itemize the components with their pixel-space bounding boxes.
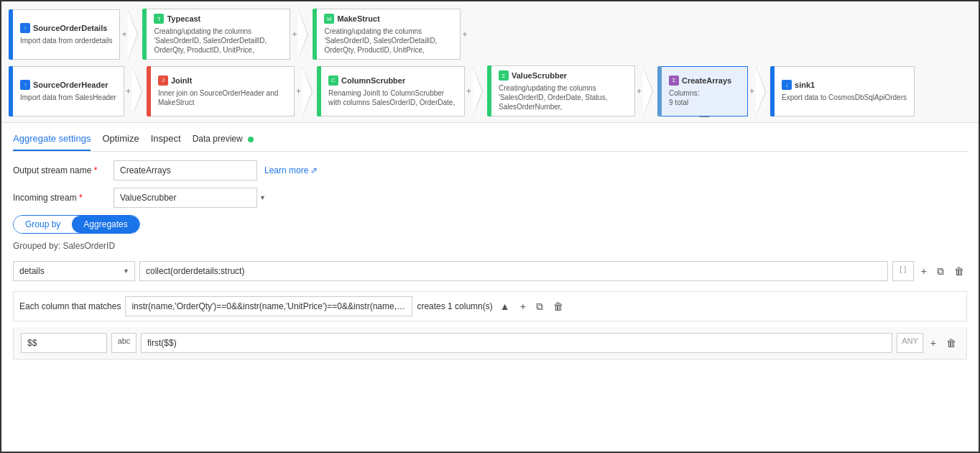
settings-tabs: Aggregate settings Optimize Inspect Data… (13, 123, 967, 152)
each-column-row: Each column that matches creates 1 colum… (13, 291, 967, 321)
each-col-add-button[interactable]: + (517, 299, 529, 314)
agg-copy-button[interactable]: ⧉ (934, 264, 947, 279)
learn-more-link[interactable]: Learn more ⇗ (264, 165, 318, 175)
node-description: Creating/updating the columns 'SalesOrde… (154, 27, 282, 55)
arrow-connector (298, 9, 313, 60)
sub-input-field[interactable] (21, 333, 107, 353)
arrow-connector (643, 66, 657, 116)
sub-add-button[interactable]: + (928, 336, 939, 350)
incoming-stream-label: Incoming stream * (13, 193, 106, 203)
value-icon: Σ (499, 70, 509, 81)
required-marker: * (94, 165, 98, 175)
pipeline-node-typecast[interactable]: T Typecast Creating/updating the columns… (142, 9, 298, 60)
sub-type-badge: abc (111, 333, 137, 353)
source-icon: ↑ (20, 80, 30, 90)
node-title: Typecast (167, 14, 200, 23)
node-description: Creating/updating the columns 'SalesOrde… (499, 83, 627, 111)
each-col-delete-button[interactable]: 🗑 (550, 299, 566, 314)
create-icon: Σ (669, 76, 679, 86)
creates-columns-label: creates 1 column(s) (417, 301, 492, 311)
source-icon: ↑ (20, 23, 30, 33)
tab-aggregate-settings[interactable]: Aggregate settings (13, 129, 91, 151)
arrow-connector (128, 9, 142, 60)
add-after-node-button[interactable]: + (748, 86, 756, 96)
node-description: Import data from SalesHeader (20, 93, 116, 102)
group-by-toggle-button[interactable]: Group by (14, 216, 72, 233)
add-after-node-button[interactable]: + (635, 86, 643, 96)
node-title: ValueScrubber (512, 71, 567, 80)
minimize-indicator: — (700, 110, 710, 122)
group-by-aggregates-toggle[interactable]: Group by Aggregates (13, 215, 140, 234)
node-title: SourceOrderHeader (33, 81, 108, 89)
each-column-expression-input[interactable] (125, 296, 412, 316)
tab-data-preview[interactable]: Data preview (193, 129, 254, 151)
node-description: Import data from orderdetails (20, 36, 112, 45)
sub-row: abc ANY + 🗑 (21, 333, 959, 353)
pipeline-node-column-scrubber[interactable]: C ColumnScrubber Renaming JoinIt to Colu… (317, 66, 473, 116)
typecast-icon: T (154, 14, 164, 24)
node-description: Columns:9 total (669, 88, 740, 107)
arrow-connector (132, 66, 147, 116)
external-link-icon: ⇗ (310, 165, 318, 175)
data-preview-dot (248, 137, 254, 142)
node-description: Creating/updating the columns 'SalesOrde… (324, 27, 453, 55)
agg-add-button[interactable]: + (918, 264, 930, 278)
pipeline-node-sink1[interactable]: ↓ sink1 Export data to CosmosDbSqlApiOrd… (770, 66, 915, 116)
column-icon: C (328, 76, 338, 86)
incoming-stream-select-wrapper[interactable]: ValueScrubber (114, 188, 272, 208)
pipeline-node-source-order-details[interactable]: ↑ SourceOrderDetails Import data from or… (9, 9, 128, 60)
grouped-by-label: Grouped by: SalesOrderID (13, 241, 967, 251)
output-stream-label: Output stream name * (13, 165, 106, 175)
sub-expression-input[interactable] (141, 333, 892, 353)
agg-type-badge: [ ] (892, 261, 914, 281)
each-column-label: Each column that matches (19, 301, 121, 311)
each-col-copy-button[interactable]: ⧉ (533, 299, 546, 314)
pipeline-node-source-order-header[interactable]: ↑ SourceOrderHeader Import data from Sal… (9, 66, 132, 116)
node-title: SourceOrderDetails (33, 24, 107, 32)
collapse-button[interactable]: ▲ (497, 299, 513, 314)
sub-row-container: abc ANY + 🗑 (13, 327, 967, 360)
aggregates-toggle-button[interactable]: Aggregates (72, 216, 139, 233)
arrow-connector (302, 66, 317, 116)
agg-expression-input[interactable] (139, 261, 888, 281)
sub-delete-button[interactable]: 🗑 (943, 336, 959, 350)
pipeline-node-create-arrays[interactable]: Σ CreateArrays Columns:9 total — + (657, 66, 756, 116)
tab-inspect[interactable]: Inspect (151, 129, 181, 151)
makestruct-icon: M (324, 14, 334, 24)
node-description: Renaming JoinIt to ColumnScrubber with c… (328, 88, 457, 107)
node-title: sink1 (795, 81, 815, 89)
sub-any-badge: ANY (897, 333, 923, 353)
agg-column-select-wrapper[interactable]: details (13, 261, 135, 281)
node-title: MakeStruct (337, 14, 379, 23)
pipeline-node-make-struct[interactable]: M MakeStruct Creating/updating the colum… (313, 9, 468, 60)
agg-delete-button[interactable]: 🗑 (951, 264, 967, 278)
required-marker: * (79, 193, 83, 203)
pipeline-node-joinit[interactable]: J JoinIt Inner join on SourceOrderHeader… (147, 66, 302, 116)
node-title: CreateArrays (682, 76, 731, 85)
output-stream-input[interactable] (114, 160, 257, 180)
add-after-node-button[interactable]: + (465, 86, 473, 96)
tab-optimize[interactable]: Optimize (102, 129, 139, 151)
node-title: JoinIt (171, 76, 192, 85)
node-description: Export data to CosmosDbSqlApiOrders (782, 93, 907, 102)
add-after-node-button[interactable]: + (120, 29, 128, 40)
add-after-node-button[interactable]: + (295, 86, 302, 96)
add-after-node-button[interactable]: + (124, 86, 132, 96)
add-after-node-button[interactable]: + (290, 29, 298, 40)
incoming-stream-select[interactable]: ValueScrubber (114, 188, 257, 208)
arrow-connector (473, 66, 487, 116)
joinit-icon: J (158, 76, 168, 86)
sink-icon: ↓ (782, 80, 792, 90)
node-title: ColumnScrubber (341, 76, 405, 85)
node-description: Inner join on SourceOrderHeader and Make… (158, 88, 287, 107)
arrow-connector (756, 66, 770, 116)
pipeline-node-value-scrubber[interactable]: Σ ValueScrubber Creating/updating the co… (487, 65, 643, 116)
agg-column-select[interactable]: details (13, 261, 135, 281)
toggle-row: Group by Aggregates (13, 215, 967, 234)
output-stream-row: Output stream name * Learn more ⇗ (13, 160, 967, 180)
add-after-node-button[interactable]: + (461, 29, 468, 40)
aggregates-row: details [ ] + ⧉ 🗑 (13, 258, 967, 284)
incoming-stream-row: Incoming stream * ValueScrubber (13, 188, 967, 208)
